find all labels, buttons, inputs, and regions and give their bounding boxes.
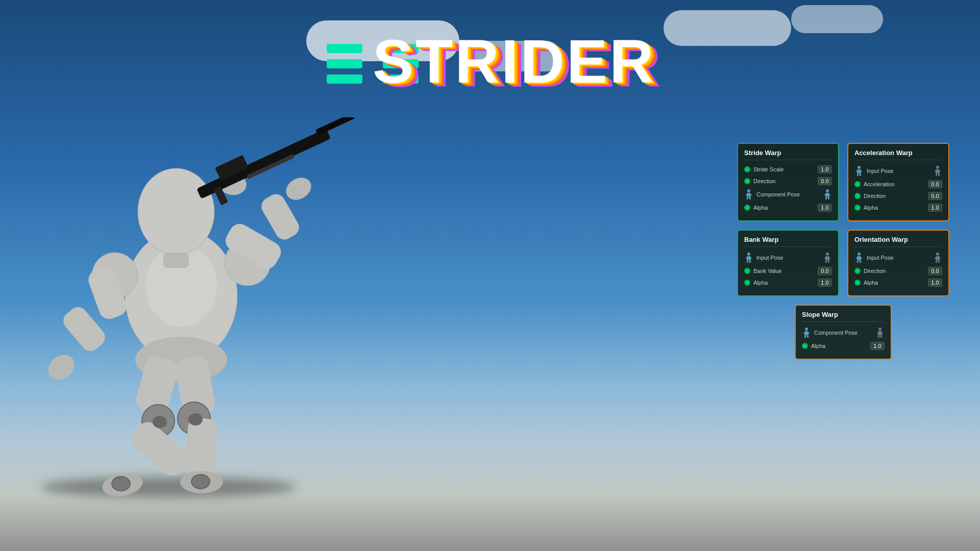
svg-point-39 bbox=[112, 477, 130, 491]
bank-alpha-label: Alpha bbox=[753, 280, 815, 286]
accel-alpha-label: Alpha bbox=[864, 205, 925, 211]
orient-direction-dot bbox=[854, 268, 861, 274]
svg-rect-60 bbox=[860, 173, 861, 176]
stride-alpha-row: Alpha 1.0 bbox=[744, 204, 832, 212]
acceleration-warp-header: Acceleration Warp bbox=[854, 149, 942, 160]
svg-line-8 bbox=[648, 403, 980, 444]
slope-component-pose-icon-right bbox=[875, 327, 885, 338]
stride-alpha-label: Alpha bbox=[753, 205, 815, 211]
slope-component-pose-icon-left bbox=[802, 327, 811, 338]
svg-line-11 bbox=[572, 490, 980, 536]
stride-direction-row: Direction 0.0 bbox=[744, 177, 832, 185]
accel-acceleration-value[interactable]: 0.0 bbox=[928, 180, 942, 188]
svg-rect-63 bbox=[935, 171, 937, 172]
accel-acceleration-label: Acceleration bbox=[864, 181, 925, 187]
svg-point-14 bbox=[138, 168, 214, 255]
svg-line-9 bbox=[623, 423, 980, 474]
orient-input-pose-icon-left bbox=[854, 252, 864, 263]
stride-alpha-value[interactable]: 1.0 bbox=[818, 204, 832, 212]
accel-acceleration-dot bbox=[854, 181, 861, 187]
svg-rect-71 bbox=[747, 260, 748, 263]
stride-component-pose-icon bbox=[744, 189, 753, 200]
robot-character-area bbox=[0, 92, 383, 500]
svg-line-0 bbox=[674, 372, 980, 551]
nodes-area: Stride Warp Stride Scale 1.0 Direction 0… bbox=[737, 143, 949, 360]
bank-value-label: Bank Value bbox=[753, 268, 815, 274]
accel-alpha-dot bbox=[854, 205, 861, 211]
stride-component-label: Component Pose bbox=[756, 191, 820, 197]
svg-rect-81 bbox=[856, 258, 858, 259]
svg-rect-53 bbox=[825, 197, 827, 199]
svg-rect-15 bbox=[163, 253, 189, 268]
orient-alpha-dot bbox=[854, 280, 861, 286]
svg-rect-87 bbox=[935, 258, 937, 259]
svg-rect-37 bbox=[184, 417, 218, 479]
svg-line-4 bbox=[878, 372, 980, 551]
svg-rect-82 bbox=[860, 258, 862, 259]
svg-rect-77 bbox=[825, 260, 827, 263]
svg-rect-47 bbox=[747, 197, 748, 199]
svg-line-7 bbox=[674, 388, 980, 413]
svg-rect-48 bbox=[749, 197, 751, 199]
dash-mid-left bbox=[327, 59, 362, 68]
orient-direction-label: Direction bbox=[864, 268, 925, 274]
svg-rect-70 bbox=[750, 258, 752, 259]
bank-warp-header: Bank Warp bbox=[744, 236, 832, 247]
orient-alpha-row: Alpha 1.0 bbox=[854, 279, 942, 287]
stride-scale-value[interactable]: 1.0 bbox=[818, 165, 832, 173]
svg-rect-94 bbox=[807, 333, 810, 334]
slope-alpha-row: Alpha 1.0 bbox=[802, 342, 885, 350]
svg-rect-76 bbox=[828, 258, 830, 259]
bank-alpha-value[interactable]: 1.0 bbox=[818, 279, 832, 287]
accel-direction-value[interactable]: 0.0 bbox=[928, 192, 942, 200]
title-area: STRIDER STRIDER STRIDER STRIDER STRIDER bbox=[327, 31, 715, 97]
slope-component-label: Component Pose bbox=[814, 330, 872, 336]
bank-warp-card: Bank Warp Input Pose Bank Value 0.0 Alph… bbox=[737, 230, 839, 296]
bank-value-dot bbox=[744, 268, 750, 274]
accel-input-pose-label: Input Pose bbox=[867, 168, 930, 174]
accel-direction-row: Direction 0.0 bbox=[854, 192, 942, 200]
svg-rect-67 bbox=[747, 253, 750, 256]
slope-component-row: Component Pose bbox=[802, 327, 885, 338]
orient-input-pose-label: Input Pose bbox=[867, 255, 930, 261]
accel-input-pose-icon-right bbox=[933, 165, 942, 177]
svg-rect-84 bbox=[860, 260, 861, 263]
svg-rect-78 bbox=[828, 260, 829, 263]
slope-warp-header: Slope Warp bbox=[802, 311, 885, 322]
dash-bot-left bbox=[327, 74, 362, 84]
svg-rect-52 bbox=[828, 194, 830, 195]
svg-line-3 bbox=[827, 372, 980, 551]
svg-rect-73 bbox=[826, 253, 829, 256]
svg-rect-58 bbox=[860, 171, 862, 172]
svg-point-23 bbox=[282, 173, 315, 205]
accel-direction-dot bbox=[854, 193, 861, 199]
svg-line-1 bbox=[725, 372, 980, 551]
stride-scale-label: Stride Scale bbox=[753, 166, 815, 172]
stride-direction-label: Direction bbox=[753, 178, 815, 184]
bank-input-pose-icon-right bbox=[823, 252, 832, 263]
accel-alpha-value[interactable]: 1.0 bbox=[928, 204, 942, 212]
stride-warp-card: Stride Warp Stride Scale 1.0 Direction 0… bbox=[737, 143, 839, 221]
orient-alpha-value[interactable]: 1.0 bbox=[928, 279, 942, 287]
strider-main-text: STRIDER bbox=[373, 31, 656, 92]
svg-rect-66 bbox=[938, 173, 940, 176]
svg-rect-59 bbox=[857, 173, 859, 176]
svg-point-41 bbox=[153, 416, 167, 428]
svg-rect-46 bbox=[750, 194, 752, 195]
svg-rect-89 bbox=[936, 260, 937, 263]
slope-alpha-value[interactable]: 1.0 bbox=[870, 342, 885, 350]
svg-rect-101 bbox=[878, 335, 879, 338]
dash-top-left bbox=[327, 44, 362, 53]
stride-component-pose-icon-right bbox=[823, 189, 832, 200]
orient-direction-value[interactable]: 0.0 bbox=[928, 267, 942, 275]
accel-input-pose-icon-left bbox=[854, 165, 864, 177]
slope-alpha-dot bbox=[802, 343, 808, 349]
svg-rect-27 bbox=[315, 117, 355, 135]
slope-warp-card: Slope Warp Component Pose Alpha 1.0 bbox=[795, 305, 892, 360]
svg-rect-95 bbox=[804, 335, 806, 338]
stride-direction-value[interactable]: 0.0 bbox=[818, 177, 832, 185]
svg-line-2 bbox=[776, 372, 980, 551]
svg-rect-69 bbox=[746, 258, 748, 259]
bank-value-value[interactable]: 0.0 bbox=[818, 267, 832, 275]
svg-rect-43 bbox=[747, 189, 750, 192]
